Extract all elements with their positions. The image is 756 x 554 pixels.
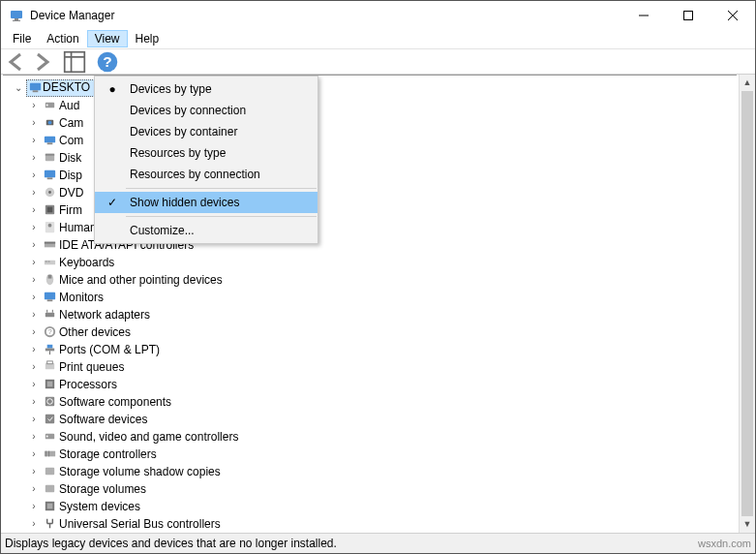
- tree-item[interactable]: ›Print queues: [9, 358, 737, 376]
- expand-icon[interactable]: ›: [28, 222, 40, 232]
- tree-item[interactable]: ›Software devices: [9, 411, 737, 428]
- tree-item[interactable]: ›Software components: [9, 393, 737, 411]
- menu-help[interactable]: Help: [128, 30, 167, 47]
- tree-item[interactable]: ›Network adapters: [9, 306, 737, 323]
- expand-icon[interactable]: ›: [28, 292, 40, 302]
- svg-rect-22: [44, 170, 54, 178]
- device-category-icon: [42, 220, 57, 235]
- svg-rect-50: [46, 382, 52, 387]
- vertical-scrollbar[interactable]: ▲ ▼: [739, 75, 755, 533]
- expand-icon[interactable]: ›: [28, 239, 40, 250]
- tree-item[interactable]: ›Ports (COM & LPT): [9, 341, 737, 358]
- expand-icon[interactable]: ›: [28, 396, 40, 407]
- collapse-icon[interactable]: ⌄: [13, 82, 24, 93]
- menu-resources-by-type[interactable]: Resources by type: [95, 142, 318, 164]
- tree-item[interactable]: ›Sound, video and game controllers: [9, 428, 737, 446]
- device-manager-window: Device Manager File Action View Help ? ⌄…: [0, 0, 756, 554]
- tree-item[interactable]: ›Storage volumes: [9, 480, 737, 498]
- device-category-icon: [42, 168, 57, 183]
- tree-item[interactable]: ›Processors: [9, 376, 737, 393]
- device-tree[interactable]: ⌄ DESKTO ›Aud›Cam›Com›Disk›Disp›DVD›Firm…: [3, 75, 737, 533]
- tree-item[interactable]: ›Universal Serial Bus controllers: [9, 515, 737, 533]
- show-hide-tree-button[interactable]: [63, 51, 86, 73]
- menu-devices-by-type[interactable]: ●Devices by type: [95, 78, 318, 100]
- tree-item[interactable]: ›Keyboards: [9, 254, 737, 271]
- expand-icon[interactable]: ›: [28, 117, 40, 128]
- scroll-up-icon[interactable]: ▲: [740, 75, 755, 91]
- menu-devices-by-connection[interactable]: Devices by connection: [95, 100, 318, 121]
- svg-rect-36: [47, 275, 51, 279]
- forward-button[interactable]: [30, 51, 53, 73]
- tree-item[interactable]: ›Storage volume shadow copies: [9, 463, 737, 480]
- computer-icon: [27, 80, 43, 96]
- status-text: Displays legacy devices and devices that…: [5, 537, 337, 550]
- expand-icon[interactable]: ›: [28, 518, 40, 529]
- tree-item-label: Disk: [59, 151, 81, 165]
- menu-resources-by-connection[interactable]: Resources by connection: [95, 164, 318, 185]
- svg-rect-13: [32, 90, 38, 92]
- help-button[interactable]: ?: [96, 51, 119, 73]
- svg-point-15: [45, 105, 47, 107]
- expand-icon[interactable]: ›: [28, 152, 40, 163]
- svg-point-29: [47, 224, 51, 228]
- menu-view[interactable]: View: [87, 30, 128, 47]
- maximize-button[interactable]: [666, 1, 711, 29]
- watermark: wsxdn.com: [698, 538, 751, 549]
- tree-item[interactable]: ›?Other devices: [9, 323, 737, 341]
- expand-icon[interactable]: ›: [28, 257, 40, 267]
- expand-icon[interactable]: ›: [28, 361, 40, 372]
- svg-rect-7: [65, 51, 85, 72]
- menu-show-hidden-devices[interactable]: ✓Show hidden devices: [95, 192, 318, 213]
- tree-item-label: Processors: [59, 378, 117, 391]
- expand-icon[interactable]: ›: [28, 187, 40, 198]
- menubar: File Action View Help: [1, 29, 755, 49]
- expand-icon[interactable]: ›: [28, 414, 40, 424]
- svg-rect-39: [45, 313, 53, 318]
- expand-icon[interactable]: ›: [28, 326, 40, 337]
- expand-icon[interactable]: ›: [28, 135, 40, 145]
- titlebar[interactable]: Device Manager: [1, 1, 755, 29]
- svg-rect-59: [45, 468, 53, 476]
- expand-icon[interactable]: ›: [28, 204, 40, 215]
- expand-icon[interactable]: ›: [28, 379, 40, 389]
- svg-rect-21: [45, 154, 53, 156]
- tree-item[interactable]: ›Mice and other pointing devices: [9, 271, 737, 289]
- expand-icon[interactable]: ›: [28, 448, 40, 459]
- expand-icon[interactable]: ›: [28, 100, 40, 110]
- window-title: Device Manager: [30, 9, 621, 22]
- tree-item-label: DVD: [59, 186, 83, 200]
- expand-icon[interactable]: ›: [28, 483, 40, 494]
- menu-devices-by-container[interactable]: Devices by container: [95, 121, 318, 142]
- device-category-icon: [42, 429, 57, 445]
- close-button[interactable]: [711, 1, 755, 29]
- tree-item-label: System devices: [59, 500, 140, 513]
- tree-item[interactable]: ›Storage controllers: [9, 446, 737, 463]
- tree-item-label: Monitors: [59, 291, 104, 304]
- menu-action[interactable]: Action: [39, 30, 86, 47]
- menu-customize[interactable]: Customize...: [95, 220, 318, 241]
- expand-icon[interactable]: ›: [28, 501, 40, 511]
- expand-icon[interactable]: ›: [28, 169, 40, 180]
- menu-file[interactable]: File: [5, 30, 39, 47]
- scroll-thumb[interactable]: [741, 91, 753, 516]
- back-button[interactable]: [5, 51, 28, 73]
- svg-rect-2: [13, 20, 20, 21]
- svg-rect-18: [44, 137, 54, 143]
- expand-icon[interactable]: ›: [28, 344, 40, 354]
- svg-rect-45: [45, 349, 53, 352]
- tree-item[interactable]: ›Monitors: [9, 289, 737, 306]
- tree-item[interactable]: ›System devices: [9, 498, 737, 515]
- scroll-down-icon[interactable]: ▼: [740, 516, 755, 533]
- svg-rect-19: [46, 142, 52, 144]
- expand-icon[interactable]: ›: [28, 309, 40, 320]
- app-icon: [9, 8, 24, 23]
- svg-point-25: [48, 191, 51, 194]
- menu-separator: [126, 216, 317, 217]
- expand-icon[interactable]: ›: [28, 274, 40, 285]
- svg-rect-32: [44, 261, 54, 265]
- device-category-icon: [42, 202, 57, 218]
- expand-icon[interactable]: ›: [28, 431, 40, 442]
- expand-icon[interactable]: ›: [28, 466, 40, 477]
- minimize-button[interactable]: [621, 1, 666, 29]
- tree-item-label: Storage volume shadow copies: [59, 465, 221, 478]
